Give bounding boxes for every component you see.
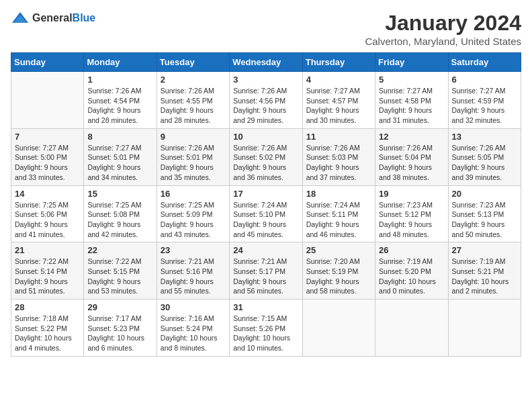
day-number: 1 — [87, 75, 152, 85]
logo-icon — [11, 11, 30, 26]
day-info: Sunrise: 7:25 AM Sunset: 5:06 PM Dayligh… — [15, 200, 80, 240]
day-info: Sunrise: 7:26 AM Sunset: 5:04 PM Dayligh… — [379, 143, 444, 183]
day-number: 4 — [306, 75, 371, 85]
weekday-header-cell: Tuesday — [157, 53, 229, 72]
calendar-day-cell: 3Sunrise: 7:26 AM Sunset: 4:56 PM Daylig… — [230, 72, 302, 129]
day-info: Sunrise: 7:16 AM Sunset: 5:24 PM Dayligh… — [161, 314, 226, 353]
calendar-day-cell: 13Sunrise: 7:26 AM Sunset: 5:05 PM Dayli… — [448, 128, 521, 185]
day-info: Sunrise: 7:26 AM Sunset: 5:03 PM Dayligh… — [306, 143, 371, 183]
day-info: Sunrise: 7:26 AM Sunset: 4:55 PM Dayligh… — [161, 86, 226, 126]
weekday-header-cell: Friday — [375, 53, 448, 72]
day-info: Sunrise: 7:27 AM Sunset: 4:58 PM Dayligh… — [379, 86, 444, 126]
day-number: 21 — [15, 245, 80, 255]
calendar-week-row: 7Sunrise: 7:27 AM Sunset: 5:00 PM Daylig… — [11, 128, 521, 185]
weekday-header-cell: Wednesday — [230, 53, 302, 72]
day-info: Sunrise: 7:19 AM Sunset: 5:20 PM Dayligh… — [379, 257, 444, 296]
day-info: Sunrise: 7:22 AM Sunset: 5:15 PM Dayligh… — [87, 257, 152, 296]
calendar-day-cell: 25Sunrise: 7:20 AM Sunset: 5:19 PM Dayli… — [302, 242, 375, 300]
calendar-day-cell: 20Sunrise: 7:23 AM Sunset: 5:13 PM Dayli… — [448, 185, 521, 242]
calendar-day-cell: 30Sunrise: 7:16 AM Sunset: 5:24 PM Dayli… — [157, 300, 229, 357]
calendar-day-cell: 11Sunrise: 7:26 AM Sunset: 5:03 PM Dayli… — [302, 128, 375, 185]
weekday-header-cell: Thursday — [302, 53, 375, 72]
day-number: 9 — [161, 132, 226, 142]
day-number: 31 — [233, 302, 298, 312]
day-info: Sunrise: 7:24 AM Sunset: 5:11 PM Dayligh… — [306, 200, 371, 240]
day-number: 16 — [161, 189, 226, 199]
calendar-day-cell: 19Sunrise: 7:23 AM Sunset: 5:12 PM Dayli… — [375, 185, 448, 242]
calendar-day-cell: 22Sunrise: 7:22 AM Sunset: 5:15 PM Dayli… — [84, 242, 157, 300]
day-number: 30 — [161, 302, 226, 312]
month-title: January 2024 — [365, 11, 521, 36]
calendar-week-row: 28Sunrise: 7:18 AM Sunset: 5:22 PM Dayli… — [11, 300, 521, 357]
calendar-day-cell: 6Sunrise: 7:27 AM Sunset: 4:59 PM Daylig… — [448, 72, 521, 129]
day-info: Sunrise: 7:25 AM Sunset: 5:08 PM Dayligh… — [87, 200, 152, 240]
day-number: 28 — [15, 302, 80, 312]
calendar-day-cell: 15Sunrise: 7:25 AM Sunset: 5:08 PM Dayli… — [84, 185, 157, 242]
day-number: 11 — [306, 132, 371, 142]
calendar-day-cell — [11, 72, 84, 129]
calendar-day-cell: 23Sunrise: 7:21 AM Sunset: 5:16 PM Dayli… — [157, 242, 229, 300]
day-info: Sunrise: 7:26 AM Sunset: 5:05 PM Dayligh… — [452, 143, 517, 183]
day-info: Sunrise: 7:22 AM Sunset: 5:14 PM Dayligh… — [15, 257, 80, 296]
calendar-day-cell: 28Sunrise: 7:18 AM Sunset: 5:22 PM Dayli… — [11, 300, 84, 357]
calendar-day-cell — [448, 300, 521, 357]
day-number: 13 — [452, 132, 517, 142]
day-number: 12 — [379, 132, 444, 142]
day-number: 10 — [233, 132, 298, 142]
calendar-day-cell: 4Sunrise: 7:27 AM Sunset: 4:57 PM Daylig… — [302, 72, 375, 129]
calendar-day-cell: 17Sunrise: 7:24 AM Sunset: 5:10 PM Dayli… — [230, 185, 302, 242]
day-number: 5 — [379, 75, 444, 85]
day-info: Sunrise: 7:23 AM Sunset: 5:12 PM Dayligh… — [379, 200, 444, 240]
calendar-day-cell: 14Sunrise: 7:25 AM Sunset: 5:06 PM Dayli… — [11, 185, 84, 242]
day-number: 6 — [452, 75, 517, 85]
calendar-day-cell — [375, 300, 448, 357]
day-number: 18 — [306, 189, 371, 199]
calendar-day-cell: 2Sunrise: 7:26 AM Sunset: 4:55 PM Daylig… — [157, 72, 229, 129]
calendar-day-cell: 26Sunrise: 7:19 AM Sunset: 5:20 PM Dayli… — [375, 242, 448, 300]
day-number: 27 — [452, 245, 517, 255]
location-title: Calverton, Maryland, United States — [365, 36, 521, 47]
day-info: Sunrise: 7:19 AM Sunset: 5:21 PM Dayligh… — [452, 257, 517, 296]
logo: GeneralBlue — [11, 11, 95, 26]
day-info: Sunrise: 7:18 AM Sunset: 5:22 PM Dayligh… — [15, 314, 80, 353]
calendar-day-cell: 8Sunrise: 7:27 AM Sunset: 5:01 PM Daylig… — [84, 128, 157, 185]
calendar-day-cell: 5Sunrise: 7:27 AM Sunset: 4:58 PM Daylig… — [375, 72, 448, 129]
day-number: 25 — [306, 245, 371, 255]
weekday-header-cell: Monday — [84, 53, 157, 72]
day-info: Sunrise: 7:21 AM Sunset: 5:17 PM Dayligh… — [233, 257, 298, 296]
page-header: GeneralBlue January 2024 Calverton, Mary… — [11, 11, 521, 47]
day-number: 22 — [87, 245, 152, 255]
day-info: Sunrise: 7:15 AM Sunset: 5:26 PM Dayligh… — [233, 314, 298, 353]
day-number: 23 — [161, 245, 226, 255]
calendar-day-cell: 18Sunrise: 7:24 AM Sunset: 5:11 PM Dayli… — [302, 185, 375, 242]
calendar-day-cell: 29Sunrise: 7:17 AM Sunset: 5:23 PM Dayli… — [84, 300, 157, 357]
day-number: 2 — [161, 75, 226, 85]
calendar-day-cell: 31Sunrise: 7:15 AM Sunset: 5:26 PM Dayli… — [230, 300, 302, 357]
weekday-header-cell: Sunday — [11, 53, 84, 72]
day-info: Sunrise: 7:24 AM Sunset: 5:10 PM Dayligh… — [233, 200, 298, 240]
day-info: Sunrise: 7:17 AM Sunset: 5:23 PM Dayligh… — [87, 314, 152, 353]
day-info: Sunrise: 7:25 AM Sunset: 5:09 PM Dayligh… — [161, 200, 226, 240]
day-number: 24 — [233, 245, 298, 255]
calendar-day-cell: 21Sunrise: 7:22 AM Sunset: 5:14 PM Dayli… — [11, 242, 84, 300]
day-info: Sunrise: 7:27 AM Sunset: 5:00 PM Dayligh… — [15, 143, 80, 183]
calendar-day-cell: 24Sunrise: 7:21 AM Sunset: 5:17 PM Dayli… — [230, 242, 302, 300]
calendar-day-cell — [302, 300, 375, 357]
day-number: 17 — [233, 189, 298, 199]
day-info: Sunrise: 7:27 AM Sunset: 5:01 PM Dayligh… — [87, 143, 152, 183]
calendar-day-cell: 12Sunrise: 7:26 AM Sunset: 5:04 PM Dayli… — [375, 128, 448, 185]
logo-general: General — [32, 12, 73, 24]
day-info: Sunrise: 7:26 AM Sunset: 4:56 PM Dayligh… — [233, 86, 298, 126]
calendar-day-cell: 27Sunrise: 7:19 AM Sunset: 5:21 PM Dayli… — [448, 242, 521, 300]
day-info: Sunrise: 7:26 AM Sunset: 5:02 PM Dayligh… — [233, 143, 298, 183]
day-info: Sunrise: 7:23 AM Sunset: 5:13 PM Dayligh… — [452, 200, 517, 240]
day-info: Sunrise: 7:20 AM Sunset: 5:19 PM Dayligh… — [306, 257, 371, 296]
calendar-week-row: 21Sunrise: 7:22 AM Sunset: 5:14 PM Dayli… — [11, 242, 521, 300]
day-info: Sunrise: 7:21 AM Sunset: 5:16 PM Dayligh… — [161, 257, 226, 296]
day-number: 29 — [87, 302, 152, 312]
calendar-day-cell: 16Sunrise: 7:25 AM Sunset: 5:09 PM Dayli… — [157, 185, 229, 242]
title-area: January 2024 Calverton, Maryland, United… — [365, 11, 521, 47]
day-number: 15 — [87, 189, 152, 199]
calendar-week-row: 1Sunrise: 7:26 AM Sunset: 4:54 PM Daylig… — [11, 72, 521, 129]
calendar-body: 1Sunrise: 7:26 AM Sunset: 4:54 PM Daylig… — [11, 72, 521, 357]
